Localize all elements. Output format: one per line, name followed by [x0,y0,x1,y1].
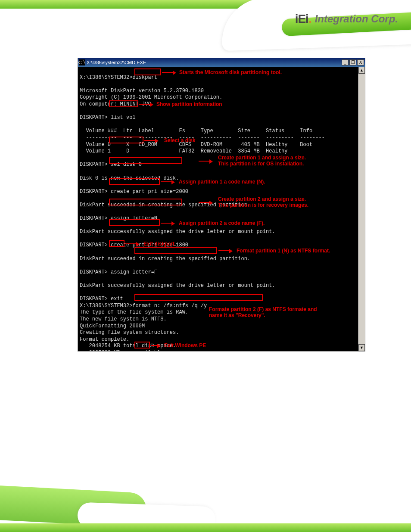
brand-logo: iEi. [295,13,311,25]
arrow-icon [151,345,159,346]
cmd-create1: create part pri size= [111,189,176,195]
prompt: X:\I386\SYSTEM32> [80,75,132,81]
maximize-button[interactable]: ❐ [349,59,356,65]
vol-row: Volume 1 D FAT32 Removeable 3854 MB Heal… [80,148,287,154]
window-title: X:\I386\system32\CMD.EXE [87,60,342,65]
cmd-listvol: list vol [111,115,136,121]
cmd-window: c:\ X:\I386\system32\CMD.EXE _ ❐ X X:\I3… [78,58,365,352]
close-button[interactable]: X [357,59,364,65]
brand: iEi. Integration Corp. [295,13,398,25]
box-exitdisk [109,240,125,247]
arrow-icon [199,161,212,162]
ann-exitpe: Exit Windows PE [164,342,206,348]
box-assignF [109,219,160,226]
scroll-up-icon[interactable]: ▲ [358,67,365,74]
prompt: DISKPART> [80,115,108,121]
brand-text: Integration Corp. [315,14,398,24]
box-diskpart [134,68,161,75]
ann-formatF: Formate partition 2 (F) as NTFS formate … [209,306,317,319]
box-assignN [109,178,160,185]
prompt: DISKPART> [80,242,108,248]
window-buttons: _ ❐ X [342,59,364,65]
prompt: X:\I386\SYSTEM32> [80,303,132,309]
cmd-create1-sz: 2000 [176,189,188,195]
prompt: DISKPART> [80,215,108,221]
box-seldisk [109,137,143,143]
ann-listvol: Show partition information [156,101,222,107]
footer-stripe [0,523,411,532]
box-formatN [134,247,217,254]
arrow-icon [161,181,174,182]
arrow-icon [125,243,138,244]
box-create2 [109,199,182,205]
arrow-icon [162,72,175,73]
cmd-exit-diskpart: exit [111,296,123,302]
ann-create1: Create partition 1 and assign a size. Th… [218,155,306,167]
minimize-button[interactable]: _ [342,59,349,65]
ann-diskpart: Starts the Microsoft disk partitioning t… [179,69,282,75]
arrow-icon [199,202,212,203]
scrollbar[interactable]: ▲ ▼ [358,67,365,351]
ann-formatN: Format partition 1 (N) as NTFS format. [237,248,330,254]
vol-header: Volume ### Ltr Label Fs Type Size Status… [80,128,312,134]
ann-seldisk: Select a disk [164,137,196,143]
arrow-icon [161,223,174,224]
box-exitpe [134,342,150,348]
box-formatF [134,294,263,301]
ann-assignF: Assign partition 2 a code name (F). [179,220,265,226]
prompt: DISKPART> [80,296,108,302]
arrow-icon [218,250,231,251]
page-footer [0,485,411,532]
resp: DiskPart successfully assigned the drive… [80,229,275,235]
box-listvol [109,100,138,107]
box-create1 [109,157,182,164]
prompt: DISKPART> [80,269,108,275]
titlebar[interactable]: c:\ X:\I386\system32\CMD.EXE _ ❐ X [78,58,365,67]
resp: DiskPart succeeded in creating the speci… [80,256,250,262]
resp: DiskPart successfully assigned the drive… [80,283,275,289]
arrow-icon [144,140,157,141]
page-header: iEi. Integration Corp. [0,0,411,48]
prompt: DISKPART> [80,162,108,168]
cmd-formatN: format n: /fs:ntfs /q /y [132,303,207,309]
ann-exitdisk: Exit diskpart [143,241,174,247]
arrow-icon [139,104,152,105]
ann-create2: Create partition 2 and assign a size. Th… [218,196,308,208]
cmd-assignF: assign letter=F [111,269,157,275]
ann-assignN: Assign partition 1 a code name (N). [179,179,265,185]
scroll-down-icon[interactable]: ▼ [358,344,365,351]
app-icon: c:\ [79,59,85,65]
scroll-thumb[interactable] [359,74,364,344]
prompt: DISKPART> [80,189,108,195]
